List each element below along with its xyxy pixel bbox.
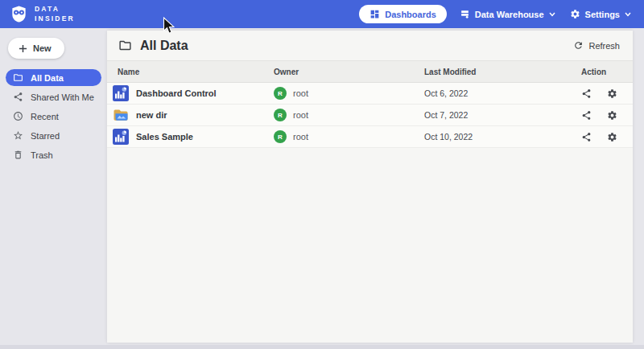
- sidebar-item-label: Trash: [31, 150, 53, 160]
- folder-icon: [118, 39, 132, 52]
- page-title: All Data: [140, 39, 188, 53]
- table-row[interactable]: Dashboard Control R root Oct 6, 2022: [107, 83, 633, 105]
- last-modified: Oct 7, 2022: [424, 110, 581, 120]
- owner-cell: R root: [274, 109, 424, 121]
- brand: DATA INSIDER: [10, 5, 75, 23]
- share-button[interactable]: [581, 88, 592, 99]
- content-card: All Data Refresh Name Owner Last Modifie…: [107, 31, 633, 343]
- gear-icon: [607, 88, 617, 99]
- refresh-button[interactable]: Refresh: [573, 40, 620, 51]
- nav-dashboards-button[interactable]: Dashboards: [359, 5, 447, 23]
- last-modified: Oct 6, 2022: [424, 88, 581, 98]
- share-icon: [13, 92, 23, 102]
- gear-icon: [570, 9, 580, 19]
- gear-icon: [607, 132, 617, 142]
- owner-cell: R root: [274, 87, 424, 100]
- brand-name: DATA INSIDER: [35, 5, 75, 23]
- name-cell: new dir: [113, 107, 274, 123]
- sidebar-item-label: Shared With Me: [31, 92, 94, 102]
- owl-logo-icon: [10, 5, 28, 23]
- database-icon: [460, 9, 470, 19]
- dashboard-file-icon: [113, 85, 129, 101]
- top-bar: DATA INSIDER Dashboards Data Warehouse: [0, 0, 644, 28]
- sidebar-item-trash[interactable]: Trash: [6, 146, 101, 163]
- chevron-down-icon: [625, 12, 631, 17]
- name-cell: Dashboard Control: [113, 85, 274, 101]
- column-header-owner: Owner: [274, 68, 424, 76]
- owner-avatar: R: [274, 87, 287, 100]
- file-name: Dashboard Control: [136, 88, 217, 98]
- owner-name: root: [293, 132, 308, 142]
- action-cell: [581, 110, 633, 121]
- sidebar-item-label: Recent: [31, 112, 59, 121]
- file-name: new dir: [136, 110, 167, 120]
- share-button[interactable]: [581, 132, 592, 142]
- column-header-last-modified: Last Modified: [424, 68, 581, 76]
- table-header: Name Owner Last Modified Action: [107, 61, 633, 83]
- content-header: All Data Refresh: [107, 31, 633, 61]
- sidebar-item-label: Starred: [31, 131, 60, 141]
- share-button[interactable]: [581, 110, 592, 121]
- action-cell: [581, 132, 633, 142]
- file-name: Sales Sample: [136, 132, 193, 142]
- new-button-label: New: [33, 43, 52, 53]
- owner-name: root: [293, 88, 308, 98]
- settings-button[interactable]: [607, 88, 617, 99]
- window-bottom-edge: [0, 345, 644, 349]
- nav-settings-button[interactable]: Settings: [568, 6, 633, 23]
- sidebar-item-starred[interactable]: Starred: [6, 127, 101, 144]
- nav-dashboards-label: Dashboards: [385, 10, 436, 19]
- clock-icon: [13, 111, 23, 121]
- settings-button[interactable]: [607, 132, 617, 142]
- share-icon: [581, 88, 592, 99]
- dashboard-icon: [369, 9, 380, 19]
- refresh-icon: [573, 40, 584, 51]
- plus-icon: [19, 44, 27, 53]
- owner-name: root: [293, 110, 308, 120]
- sidebar-item-shared-with-me[interactable]: Shared With Me: [6, 88, 101, 105]
- gear-icon: [607, 110, 617, 121]
- trash-icon: [13, 150, 23, 160]
- nav-settings-label: Settings: [585, 10, 620, 19]
- title-wrap: All Data: [118, 39, 188, 53]
- owner-avatar: R: [274, 109, 287, 121]
- sidebar-item-all-data[interactable]: All Data: [6, 69, 101, 86]
- refresh-label: Refresh: [588, 41, 620, 51]
- sidebar: New All Data Shared With Me Recent Starr…: [0, 28, 107, 349]
- table-body: Dashboard Control R root Oct 6, 2022: [107, 83, 633, 148]
- new-button[interactable]: New: [8, 38, 64, 59]
- owner-avatar: R: [274, 130, 287, 143]
- owner-cell: R root: [274, 130, 424, 143]
- star-icon: [13, 130, 23, 141]
- share-icon: [581, 110, 592, 121]
- table-row[interactable]: Sales Sample R root Oct 10, 2022: [107, 126, 633, 148]
- top-nav: Dashboards Data Warehouse Settings: [359, 5, 633, 23]
- nav-data-warehouse-label: Data Warehouse: [475, 10, 544, 19]
- action-cell: [581, 88, 633, 99]
- sidebar-item-label: All Data: [31, 73, 64, 83]
- table-row[interactable]: new dir R root Oct 7, 2022: [107, 105, 633, 126]
- column-header-name: Name: [118, 68, 274, 76]
- folder-icon: [13, 72, 23, 83]
- name-cell: Sales Sample: [113, 129, 274, 145]
- settings-button[interactable]: [607, 110, 617, 121]
- folder-file-icon: [113, 107, 129, 123]
- dashboard-file-icon: [113, 129, 129, 145]
- sidebar-item-recent[interactable]: Recent: [6, 108, 101, 125]
- nav-data-warehouse-button[interactable]: Data Warehouse: [458, 6, 557, 23]
- chevron-down-icon: [549, 12, 555, 17]
- share-icon: [581, 132, 592, 142]
- column-header-action: Action: [581, 68, 633, 76]
- last-modified: Oct 10, 2022: [424, 132, 581, 142]
